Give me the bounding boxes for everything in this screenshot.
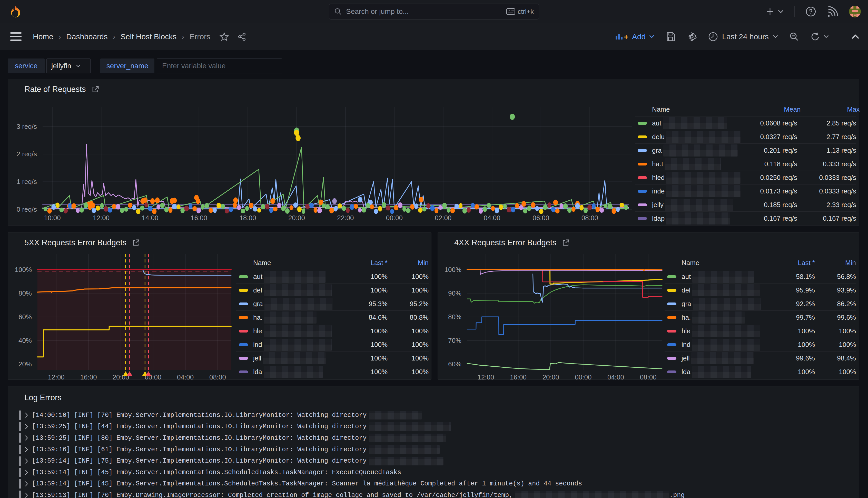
expand-chevron-icon[interactable]	[25, 470, 28, 475]
avatar[interactable]	[849, 6, 861, 17]
expand-chevron-icon[interactable]	[25, 458, 28, 464]
legend-row[interactable]: aut0.0608 req/s2.85 req/s	[635, 116, 856, 130]
legend-row[interactable]: aut100%100%	[236, 270, 429, 283]
redacted-text	[692, 284, 760, 296]
expand-chevron-icon[interactable]	[25, 412, 28, 418]
legend-row[interactable]: gra0.201 req/s1.13 req/s	[635, 143, 856, 157]
expand-chevron-icon[interactable]	[25, 435, 28, 441]
legend-row[interactable]: ha.84.6%80.8%	[236, 311, 429, 324]
legend-row[interactable]: hle100%100%	[236, 324, 429, 338]
clock-icon	[708, 32, 718, 42]
search-icon	[334, 8, 342, 15]
legend-row[interactable]: lda100%100%	[665, 365, 856, 378]
series-name: gra	[682, 300, 691, 308]
legend-row[interactable]: ldap0.167 req/s0.167 req/s	[635, 211, 856, 225]
series-color-swatch	[667, 316, 677, 319]
new-button[interactable]	[766, 7, 784, 16]
help-icon[interactable]	[805, 6, 816, 17]
save-icon[interactable]	[666, 32, 676, 42]
time-range-picker[interactable]: Last 24 hours	[708, 32, 778, 42]
legend-row[interactable]: ind100%100%	[236, 338, 429, 351]
external-link-icon[interactable]	[92, 86, 99, 93]
legend-row[interactable]: ha.99.7%99.6%	[665, 311, 856, 324]
breadcrumb-dashboards[interactable]: Dashboards	[66, 32, 108, 41]
legend-row[interactable]: jell99.6%98.4%	[665, 351, 856, 365]
series-color-swatch	[638, 149, 647, 152]
5xx-chart[interactable]: 12:0016:0020:0000:0004:0008:0020%40%60%8…	[8, 252, 234, 380]
external-link-icon[interactable]	[132, 239, 140, 247]
legend-row[interactable]: gra92.2%86.2%	[665, 297, 856, 311]
menu-icon[interactable]	[10, 32, 22, 41]
grafana-logo-icon[interactable]	[9, 5, 22, 18]
log-row[interactable]: [13:59:14] [INF] [45] Emby.Server.Implem…	[18, 478, 851, 490]
legend-row[interactable]: lda100%100%	[236, 365, 429, 378]
log-row[interactable]: [13:59:14] [INF] [75] Emby.Server.Implem…	[18, 455, 851, 467]
svg-text:04:00: 04:00	[607, 373, 624, 381]
series-value-1: 99.7%	[756, 314, 815, 322]
news-icon[interactable]	[827, 6, 838, 17]
series-value-2: 100%	[815, 341, 856, 349]
series-value-1: 100%	[772, 341, 815, 349]
zoom-out-icon[interactable]	[789, 32, 799, 42]
series-name: jell	[682, 354, 690, 362]
breadcrumb-home[interactable]: Home	[33, 32, 53, 41]
expand-chevron-icon[interactable]	[25, 492, 28, 498]
legend-row[interactable]: delu0.0327 req/s2.77 req/s	[635, 130, 856, 143]
rate-chart[interactable]: 10:0012:0014:0016:0018:0020:0022:0000:00…	[8, 103, 634, 225]
legend-row[interactable]: gra95.3%95.2%	[236, 297, 429, 311]
add-button[interactable]: + Add	[616, 32, 654, 41]
log-row[interactable]: [13:59:13] [INF] [70] Emby.Drawing.Image…	[18, 489, 851, 498]
panel-title[interactable]: 4XX Requests Error Budgets	[454, 238, 570, 247]
chevron-down-icon	[778, 10, 784, 13]
log-row[interactable]: [14:00:10] [INF] [70] Emby.Server.Implem…	[18, 409, 851, 421]
4xx-chart[interactable]: 12:0016:0020:0000:0004:0008:0060%70%80%9…	[438, 252, 664, 380]
breadcrumb-folder[interactable]: Self Host Blocks	[121, 32, 176, 41]
redacted-text	[663, 117, 727, 129]
search-input[interactable]: Search or jump to... ctrl+k	[329, 4, 539, 19]
panel-4xx-error-budgets: 4XX Requests Error Budgets 12:0016:0020:…	[438, 232, 859, 380]
expand-chevron-icon[interactable]	[25, 424, 28, 430]
refresh-button[interactable]	[810, 32, 829, 42]
expand-chevron-icon[interactable]	[25, 447, 28, 452]
plus-icon	[766, 7, 774, 16]
legend-row[interactable]: jelly0.185 req/s2.33 req/s	[635, 198, 856, 211]
redacted-text	[692, 339, 760, 351]
variable-label-server-name: server_name	[100, 58, 155, 74]
variable-service-select[interactable]: jellyfin	[46, 58, 91, 74]
legend-row[interactable]: inde0.0173 req/s0.0333 req/s	[635, 184, 856, 198]
series-value-2: 100%	[815, 327, 856, 335]
legend-row[interactable]: del100%100%	[236, 283, 429, 297]
redacted-text	[264, 325, 332, 337]
collapse-up-icon[interactable]	[852, 34, 859, 39]
svg-text:20:00: 20:00	[543, 373, 559, 381]
external-link-icon[interactable]	[562, 239, 570, 247]
legend-row[interactable]: ind100%100%	[665, 338, 856, 351]
series-name: hled	[652, 174, 665, 182]
grafana-dashboard: Search or jump to... ctrl+k Home › Dashb	[0, 0, 868, 498]
series-color-swatch	[667, 330, 677, 332]
panel-title[interactable]: Rate of Requests	[24, 85, 99, 94]
legend-row[interactable]: ha.t0.118 req/s0.333 req/s	[635, 157, 856, 171]
settings-gear-icon[interactable]	[687, 31, 697, 42]
legend-row[interactable]: hled0.0250 req/s0.0333 req/s	[635, 171, 856, 184]
panel-title[interactable]: 5XX Requests Error Budgets	[24, 238, 140, 247]
log-row[interactable]: [13:59:16] [INF] [61] Emby.Server.Implem…	[18, 444, 851, 455]
legend-row[interactable]: jell100%100%	[236, 351, 429, 365]
log-level-bar	[19, 490, 21, 498]
legend-row[interactable]: hle100%100%	[665, 324, 856, 338]
redacted-text	[264, 284, 332, 296]
favorite-star-icon[interactable]	[219, 32, 229, 41]
legend-row[interactable]: aut58.1%56.8%	[665, 270, 856, 283]
log-row[interactable]: [13:59:25] [INF] [44] Emby.Server.Implem…	[18, 421, 851, 433]
log-row[interactable]: [13:59:14] [INF] [45] Emby.Server.Implem…	[18, 467, 851, 478]
legend-header: NameLast *Min	[236, 256, 429, 270]
variable-server-name-input[interactable]	[157, 58, 282, 74]
log-row[interactable]: [13:59:25] [INF] [80] Emby.Server.Implem…	[18, 432, 851, 444]
series-name: gra	[253, 300, 263, 308]
series-color-swatch	[638, 176, 647, 179]
share-icon[interactable]	[238, 32, 246, 41]
expand-chevron-icon[interactable]	[25, 481, 28, 487]
legend-row[interactable]: del95.9%93.9%	[665, 283, 856, 297]
panel-title[interactable]: Log Errors	[24, 393, 62, 402]
series-value-2: 100%	[388, 327, 429, 335]
